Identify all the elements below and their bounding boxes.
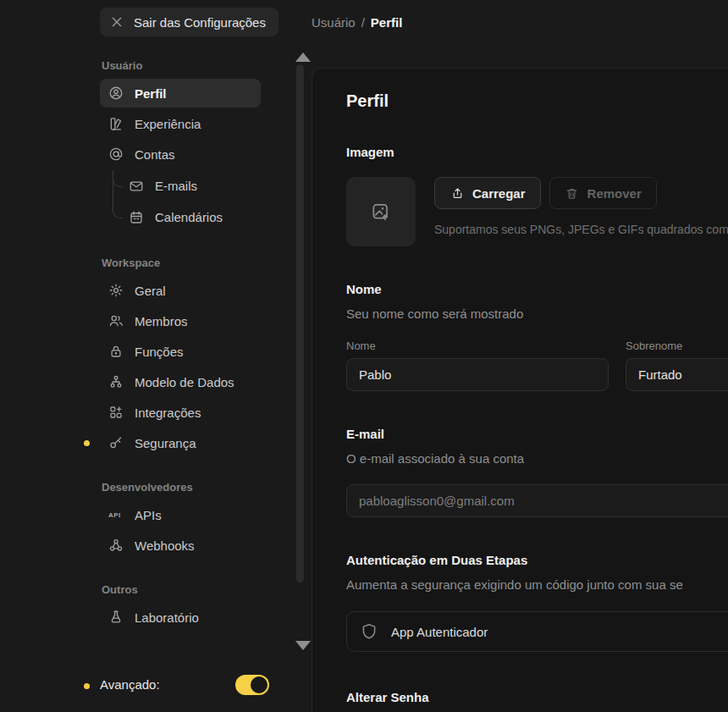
sidebar-item-funcoes[interactable]: Funções (100, 337, 261, 366)
first-name-input[interactable] (346, 358, 609, 391)
authenticator-app-label: App Autenticador (391, 625, 488, 639)
twofa-heading: Autenticação em Duas Etapas (346, 553, 728, 568)
breadcrumb-section[interactable]: Usuário (312, 15, 356, 30)
contas-children: E-mails Calendários (100, 170, 293, 233)
sidebar-item-label: APIs (135, 508, 162, 522)
sidebar-item-label: Membros (135, 314, 188, 328)
page-title: Perfil (346, 91, 728, 111)
trash-icon (565, 185, 580, 201)
twofa-description: Aumenta a segurança exigindo um código j… (346, 577, 728, 593)
image-row: Carregar Remover Suportamos seus PNGs, J… (346, 177, 728, 246)
webhook-icon (108, 538, 124, 553)
notification-dot (84, 440, 90, 446)
email-section: E-mail O e-mail associado à sua conta (346, 427, 728, 517)
image-support-text: Suportamos seus PNGs, JPEGs e GIFs quadr… (434, 223, 728, 236)
image-controls: Carregar Remover Suportamos seus PNGs, J… (434, 177, 728, 246)
scroll-down-button[interactable] (295, 641, 311, 650)
grid-plus-icon (108, 405, 124, 420)
sidebar-item-label: Modelo de Dados (135, 375, 234, 389)
name-section-description: Seu nome como será mostrado (346, 306, 728, 323)
sidebar-item-label: E-mails (155, 179, 197, 193)
sidebar-item-label: Laboratório (135, 610, 199, 625)
sidebar-item-label: Geral (135, 284, 166, 298)
breadcrumb-separator: / (361, 15, 365, 30)
upload-button[interactable]: Carregar (434, 177, 541, 209)
first-name-label: Nome (346, 339, 609, 352)
sidebar-item-label: Integrações (135, 406, 201, 420)
settings-sidebar: Usuário Perfil Experiência Contas E-mail… (81, 51, 293, 633)
swatchbook-icon (108, 116, 124, 131)
email-input[interactable] (346, 484, 728, 517)
authenticator-app-option[interactable]: App Autenticador (346, 611, 728, 652)
password-section: Alterar Senha (346, 690, 728, 705)
mail-icon (129, 179, 144, 194)
sidebar-item-experiencia[interactable]: Experiência (100, 109, 261, 138)
gear-icon (108, 283, 124, 298)
section-label-usuario: Usuário (102, 59, 293, 72)
lock-icon (108, 344, 124, 359)
sidebar-item-integracoes[interactable]: Integrações (100, 398, 261, 427)
email-section-description: O e-mail associado à sua conta (346, 450, 728, 467)
hierarchy-icon (108, 374, 124, 389)
users-icon (108, 313, 124, 328)
user-circle-icon (108, 86, 124, 101)
upload-icon (449, 185, 465, 201)
settings-panel: Perfil Imagem Carregar (312, 68, 728, 712)
sidebar-item-contas[interactable]: Contas (100, 140, 261, 168)
sidebar-item-geral[interactable]: Geral (100, 276, 261, 305)
sidebar-item-calendarios[interactable]: Calendários (100, 201, 293, 233)
section-label-outros: Outros (102, 583, 293, 596)
email-section-heading: E-mail (346, 427, 728, 442)
sidebar-item-laboratorio[interactable]: Laboratório (100, 603, 261, 632)
calendar-icon (129, 210, 144, 225)
exit-settings-label: Sair das Configurações (134, 15, 266, 30)
api-icon: API (108, 507, 124, 522)
sidebar-item-label: Perfil (135, 86, 167, 101)
sidebar-item-webhooks[interactable]: Webhooks (100, 531, 261, 560)
sidebar-item-label: Webhooks (135, 538, 195, 553)
name-section-heading: Nome (346, 282, 728, 297)
sidebar-item-seguranca[interactable]: Segurança (100, 428, 261, 457)
scrollbar-thumb[interactable] (296, 64, 304, 582)
toggle-knob (251, 676, 267, 693)
avatar-placeholder[interactable] (346, 177, 416, 246)
image-section-heading: Imagem (346, 145, 728, 160)
image-upload-icon (370, 201, 392, 223)
sidebar-item-emails[interactable]: E-mails (100, 170, 293, 201)
sidebar-item-label: Segurança (135, 436, 196, 450)
name-section: Nome Seu nome como será mostrado Nome So… (346, 282, 728, 391)
exit-settings-button[interactable]: Sair das Configurações (100, 8, 279, 36)
advanced-toggle[interactable] (235, 675, 269, 695)
at-sign-icon (108, 146, 124, 162)
shield-icon (360, 622, 378, 641)
section-label-desenvolvedores: Desenvolvedores (102, 481, 293, 494)
twofa-section: Autenticação em Duas Etapas Aumenta a se… (346, 553, 728, 652)
sidebar-item-label: Contas (135, 147, 175, 162)
password-heading: Alterar Senha (346, 690, 728, 705)
sidebar-item-membros[interactable]: Membros (100, 306, 261, 335)
remove-label: Remover (587, 186, 642, 201)
last-name-input[interactable] (626, 358, 728, 391)
breadcrumb: Usuário / Perfil (312, 15, 402, 30)
sidebar-item-label: Calendários (155, 210, 223, 224)
remove-button[interactable]: Remover (549, 177, 657, 209)
sidebar-item-perfil[interactable]: Perfil (100, 79, 261, 108)
sidebar-item-modelo-de-dados[interactable]: Modelo de Dados (100, 367, 261, 396)
flask-icon (108, 610, 124, 625)
sidebar-item-apis[interactable]: API APIs (100, 500, 261, 529)
key-icon (108, 435, 124, 450)
breadcrumb-page: Perfil (371, 15, 403, 30)
notification-dot (84, 683, 90, 689)
sidebar-item-label: Experiência (135, 117, 201, 131)
scroll-up-button[interactable] (295, 52, 311, 62)
section-label-workspace: Workspace (102, 257, 293, 269)
advanced-mode-row: Avançado: (81, 674, 293, 698)
last-name-label: Sobrenome (626, 339, 728, 352)
close-icon (109, 14, 124, 30)
upload-label: Carregar (472, 186, 526, 201)
advanced-label: Avançado: (100, 677, 160, 692)
sidebar-item-label: Funções (135, 345, 184, 359)
